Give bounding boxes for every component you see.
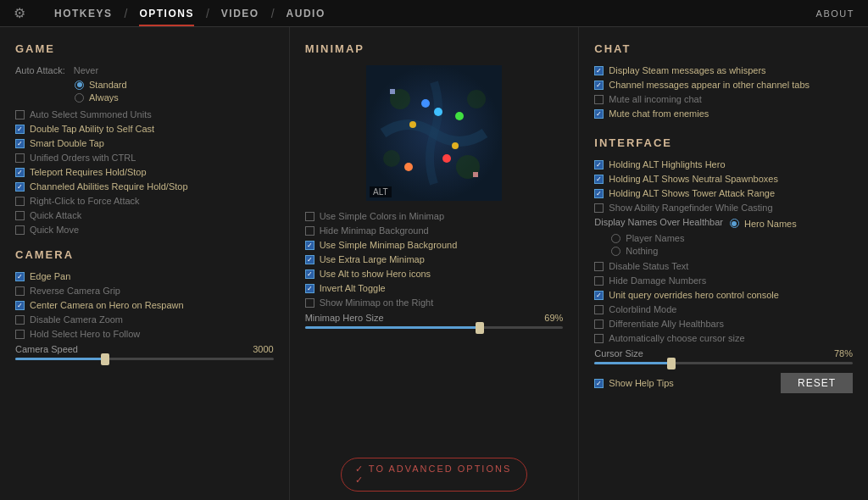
chat-cb-1[interactable]: Channel messages appear in other channel…: [594, 80, 853, 90]
dn-radio-nothing[interactable]: Nothing: [611, 246, 853, 256]
game-cb-8-label: Quick Move: [30, 225, 79, 235]
game-cb-2[interactable]: Smart Double Tap: [15, 138, 274, 148]
iface-cb-0-box[interactable]: [594, 160, 604, 169]
dn-radio-hero-btn[interactable]: [730, 219, 739, 228]
game-cb-3[interactable]: Unified Orders with CTRL: [15, 153, 274, 163]
show-help-tips-box[interactable]: [594, 379, 604, 388]
minimap-hero-size-track[interactable]: [305, 326, 564, 329]
iface-cb2-2-box[interactable]: [594, 291, 604, 300]
mini-cb-1[interactable]: Hide Minimap Background: [305, 225, 564, 236]
game-cb-3-box[interactable]: [15, 153, 25, 163]
mini-cb-6-box[interactable]: [305, 298, 314, 308]
tab-video[interactable]: VIDEO: [209, 8, 271, 19]
game-cb-5[interactable]: Channeled Abilities Require Hold/Stop: [15, 181, 274, 192]
chat-cb-3[interactable]: Mute chat from enemies: [594, 108, 853, 119]
game-cb-6[interactable]: Right-Click to Force Attack: [15, 196, 274, 206]
radio-always[interactable]: Always: [75, 92, 274, 103]
iface-cb-1-box[interactable]: [594, 175, 604, 184]
iface-cb2-3[interactable]: Colorblind Mode: [594, 304, 853, 314]
game-cb-1[interactable]: Double Tap Ability to Self Cast: [15, 124, 274, 134]
chat-cb-1-box[interactable]: [594, 81, 604, 90]
dn-radio-player-btn[interactable]: [611, 234, 620, 243]
iface-cb-0[interactable]: Holding ALT Highlights Hero: [594, 159, 853, 169]
cursor-size-thumb[interactable]: [667, 358, 676, 369]
camera-cb-0-box[interactable]: [15, 272, 25, 281]
minimap-hero-size-value: 69%: [544, 313, 563, 323]
chat-cb-0[interactable]: Display Steam messages as whispers: [594, 65, 853, 75]
camera-cb-1[interactable]: Reverse Camera Grip: [15, 286, 274, 296]
tab-hotkeys[interactable]: HOTKEYS: [42, 8, 125, 19]
iface-cb2-2[interactable]: Unit query overrides hero control consol…: [594, 290, 853, 300]
iface-cb-3-box[interactable]: [594, 203, 604, 213]
chat-cb-2[interactable]: Mute all incoming chat: [594, 94, 853, 104]
game-checkboxes: Auto Select Summoned Units Double Tap Ab…: [15, 109, 274, 235]
mini-cb-0-box[interactable]: [305, 212, 314, 221]
camera-cb-3[interactable]: Disable Camera Zoom: [15, 314, 274, 325]
radio-standard-btn[interactable]: [75, 81, 84, 90]
camera-cb-2[interactable]: Center Camera on Hero on Respawn: [15, 300, 274, 310]
gear-icon[interactable]: ⚙: [14, 5, 25, 21]
iface-cb-2-box[interactable]: [594, 189, 604, 198]
tab-audio[interactable]: AUDIO: [275, 8, 337, 19]
mini-cb-4[interactable]: Use Alt to show Hero icons: [305, 269, 564, 279]
mini-cb-1-box[interactable]: [305, 226, 314, 236]
iface-cb-3[interactable]: Show Ability Rangefinder While Casting: [594, 203, 853, 213]
iface-cb-1[interactable]: Holding ALT Shows Neutral Spawnboxes: [594, 174, 853, 184]
game-cb-4[interactable]: Teleport Requires Hold/Stop: [15, 167, 274, 177]
camera-speed-track[interactable]: [15, 358, 274, 360]
dn-radio-hero[interactable]: Hero Names: [730, 219, 797, 229]
game-cb-2-box[interactable]: [15, 139, 25, 148]
iface-cb2-0-box[interactable]: [594, 262, 604, 271]
dn-radio-player[interactable]: Player Names: [611, 233, 853, 243]
mini-cb-2-box[interactable]: [305, 241, 314, 250]
cursor-size-track[interactable]: [594, 362, 853, 364]
minimap-hero-size-thumb[interactable]: [476, 322, 484, 334]
iface-cb2-1-box[interactable]: [594, 276, 604, 286]
game-cb-6-box[interactable]: [15, 197, 25, 206]
iface-cb2-3-box[interactable]: [594, 305, 604, 314]
tab-options[interactable]: OPTIONS: [127, 8, 206, 19]
camera-cb-3-box[interactable]: [15, 315, 25, 325]
iface-cb2-5-box[interactable]: [594, 334, 604, 343]
game-cb-5-box[interactable]: [15, 182, 25, 192]
mini-cb-3-box[interactable]: [305, 255, 314, 264]
camera-cb-4[interactable]: Hold Select Hero to Follow: [15, 329, 274, 339]
about-button[interactable]: ABOUT: [816, 8, 854, 19]
game-cb-0-box[interactable]: [15, 110, 25, 119]
iface-cb2-4-box[interactable]: [594, 319, 604, 329]
advanced-options-button[interactable]: ✓ TO ADVANCED OPTIONS ✓: [341, 458, 527, 492]
mini-cb-0[interactable]: Use Simple Colors in Minimap: [305, 211, 564, 221]
game-cb-7[interactable]: Quick Attack: [15, 210, 274, 220]
show-help-tips-row[interactable]: Show Help Tips: [594, 378, 673, 388]
iface-cb2-4[interactable]: Differentiate Ally Healthbars: [594, 319, 853, 329]
camera-cb-2-box[interactable]: [15, 301, 25, 310]
mini-cb-5[interactable]: Invert Alt Toggle: [305, 283, 564, 293]
iface-cb2-1[interactable]: Hide Damage Numbers: [594, 275, 853, 286]
game-cb-7-box[interactable]: [15, 211, 25, 220]
radio-standard[interactable]: Standard: [75, 80, 274, 90]
iface-cb2-5[interactable]: Automatically choose cursor size: [594, 333, 853, 343]
minimap-hero-size-fill: [305, 326, 483, 329]
reset-button[interactable]: RESET: [781, 373, 853, 393]
camera-cb-0[interactable]: Edge Pan: [15, 271, 274, 281]
game-cb-8[interactable]: Quick Move: [15, 225, 274, 235]
game-cb-0[interactable]: Auto Select Summoned Units: [15, 109, 274, 119]
mini-cb-5-box[interactable]: [305, 284, 314, 293]
mini-cb-6[interactable]: Show Minimap on the Right: [305, 297, 564, 308]
game-cb-4-box[interactable]: [15, 168, 25, 177]
camera-cb-4-box[interactable]: [15, 330, 25, 339]
chat-cb-3-box[interactable]: [594, 109, 604, 119]
game-cb-8-box[interactable]: [15, 225, 25, 235]
chat-cb-0-box[interactable]: [594, 66, 604, 75]
camera-cb-1-box[interactable]: [15, 286, 25, 296]
camera-speed-thumb[interactable]: [101, 353, 109, 365]
iface-cb-2[interactable]: Holding ALT Shows Tower Attack Range: [594, 188, 853, 198]
mini-cb-2[interactable]: Use Simple Minimap Background: [305, 240, 564, 250]
mini-cb-4-box[interactable]: [305, 269, 314, 279]
radio-always-btn[interactable]: [75, 93, 84, 103]
chat-cb-2-box[interactable]: [594, 95, 604, 104]
iface-cb2-0[interactable]: Disable Status Text: [594, 261, 853, 271]
game-cb-1-box[interactable]: [15, 125, 25, 134]
mini-cb-3[interactable]: Use Extra Large Minimap: [305, 254, 564, 264]
dn-radio-nothing-btn[interactable]: [611, 247, 620, 256]
